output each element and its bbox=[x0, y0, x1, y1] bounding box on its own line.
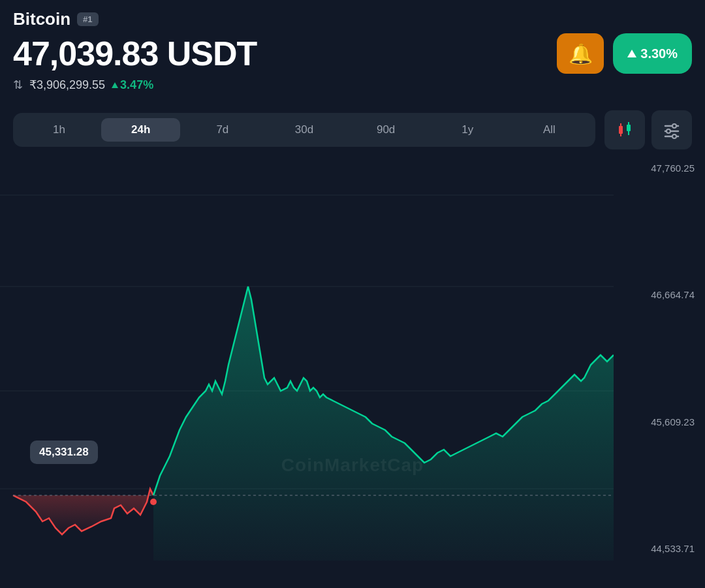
arrow-up-icon bbox=[627, 50, 636, 57]
svg-point-11 bbox=[672, 134, 676, 138]
change-button[interactable]: 3.30% bbox=[613, 33, 692, 74]
tf-7d[interactable]: 7d bbox=[183, 118, 262, 142]
filter-button[interactable] bbox=[651, 110, 692, 149]
svg-point-7 bbox=[672, 124, 676, 128]
header: Bitcoin #1 47,039.83 USDT 🔔 3.30% ⇅ ₹3,9… bbox=[0, 0, 705, 106]
timeframe-bar: 1h 24h 7d 30d 90d 1y All bbox=[0, 106, 705, 153]
rank-badge: #1 bbox=[77, 12, 98, 26]
svg-marker-18 bbox=[153, 286, 614, 561]
chart-area: 47,760.25 46,664.74 45,609.23 44,533.71 … bbox=[0, 156, 705, 561]
candle-button[interactable] bbox=[604, 110, 645, 149]
svg-point-20 bbox=[150, 499, 157, 505]
change-pct: 3.30% bbox=[640, 46, 678, 61]
bell-icon: 🔔 bbox=[569, 42, 593, 65]
svg-rect-0 bbox=[619, 126, 623, 134]
title-row: Bitcoin #1 bbox=[13, 9, 692, 29]
bell-button[interactable]: 🔔 bbox=[557, 33, 604, 74]
candle-chart-icon bbox=[614, 119, 635, 140]
timeframe-group: 1h 24h 7d 30d 90d 1y All bbox=[13, 113, 595, 147]
tf-90d[interactable]: 90d bbox=[347, 118, 426, 142]
price-actions: 🔔 3.30% bbox=[557, 33, 692, 74]
tf-all[interactable]: All bbox=[510, 118, 589, 142]
coin-name: Bitcoin bbox=[13, 9, 70, 29]
svg-rect-3 bbox=[627, 125, 631, 131]
price-row: 47,039.83 USDT 🔔 3.30% bbox=[13, 33, 692, 74]
arrows-icon: ⇅ bbox=[13, 78, 23, 92]
price-chart bbox=[0, 156, 705, 561]
tri-up-icon bbox=[112, 82, 118, 88]
tf-1y[interactable]: 1y bbox=[428, 118, 507, 142]
chart-type-group bbox=[604, 110, 692, 149]
filter-icon bbox=[663, 121, 681, 139]
sub-price-row: ⇅ ₹3,906,299.55 3.47% bbox=[13, 78, 692, 92]
inr-price: ₹3,906,299.55 bbox=[29, 78, 105, 92]
tf-24h[interactable]: 24h bbox=[101, 118, 180, 142]
tf-1h[interactable]: 1h bbox=[20, 118, 99, 142]
svg-point-9 bbox=[666, 129, 670, 133]
price-value: 47,039.83 USDT bbox=[13, 34, 257, 73]
tf-30d[interactable]: 30d bbox=[264, 118, 343, 142]
sub-change: 3.47% bbox=[112, 78, 153, 92]
